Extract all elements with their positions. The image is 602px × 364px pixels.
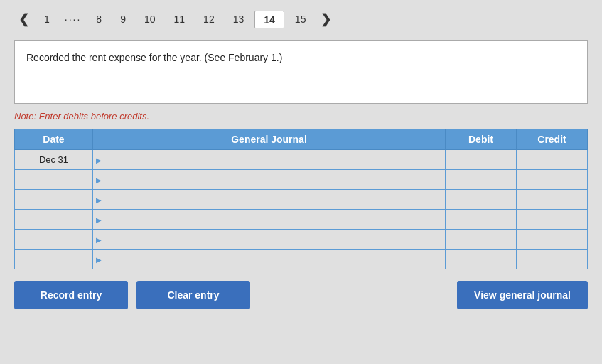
credit-input-3[interactable] — [517, 210, 587, 229]
journal-input-2[interactable] — [93, 190, 445, 209]
date-cell-1[interactable] — [15, 170, 93, 190]
debit-cell-5[interactable] — [446, 250, 517, 269]
credit-input-2[interactable] — [517, 190, 587, 209]
description-text: Recorded the rent expense for the year. … — [26, 52, 282, 63]
date-cell-0[interactable]: Dec 31 — [15, 150, 93, 170]
debit-input-1[interactable] — [446, 170, 516, 189]
journal-input-5[interactable] — [93, 250, 445, 269]
debit-cell-0[interactable] — [446, 150, 517, 170]
credit-input-0[interactable] — [517, 150, 587, 169]
next-page-arrow[interactable]: ❯ — [316, 10, 335, 28]
prev-page-arrow[interactable]: ❮ — [14, 10, 33, 28]
credit-cell-0[interactable] — [517, 150, 588, 170]
journal-table: Date General Journal Debit Credit Dec 31 — [14, 129, 588, 269]
page-14-active[interactable]: 14 — [254, 11, 284, 28]
date-input-2[interactable] — [15, 190, 92, 209]
page-11[interactable]: 11 — [166, 10, 193, 28]
credit-input-5[interactable] — [517, 250, 587, 269]
page-1[interactable]: 1 — [36, 10, 58, 28]
credit-cell-2[interactable] — [517, 190, 588, 210]
journal-input-4[interactable] — [93, 230, 445, 249]
page-10[interactable]: 10 — [136, 10, 163, 28]
col-header-debit: Debit — [446, 129, 517, 150]
credit-cell-1[interactable] — [517, 170, 588, 190]
journal-input-3[interactable] — [93, 210, 445, 229]
debit-cell-3[interactable] — [446, 210, 517, 230]
table-row — [15, 230, 588, 250]
credit-cell-4[interactable] — [517, 230, 588, 250]
pagination-bar: ❮ 1 ···· 8 9 10 11 12 13 14 15 ❯ — [14, 7, 588, 31]
col-header-journal: General Journal — [93, 129, 446, 150]
col-header-date: Date — [15, 129, 93, 150]
date-input-5[interactable] — [15, 250, 92, 269]
date-input-4[interactable] — [15, 230, 92, 249]
debit-input-4[interactable] — [446, 230, 516, 249]
journal-input-1[interactable] — [93, 170, 445, 189]
date-cell-3[interactable] — [15, 210, 93, 230]
page-dots: ···· — [60, 11, 86, 28]
journal-cell-0[interactable] — [93, 150, 446, 170]
journal-cell-3[interactable] — [93, 210, 446, 230]
page-8[interactable]: 8 — [88, 10, 109, 28]
credit-input-1[interactable] — [517, 170, 587, 189]
date-cell-4[interactable] — [15, 230, 93, 250]
page-12[interactable]: 12 — [195, 10, 222, 28]
debit-cell-2[interactable] — [446, 190, 517, 210]
debit-input-0[interactable] — [446, 150, 516, 169]
date-input-3[interactable] — [15, 210, 92, 229]
journal-cell-4[interactable] — [93, 230, 446, 250]
debit-input-2[interactable] — [446, 190, 516, 209]
journal-cell-2[interactable] — [93, 190, 446, 210]
journal-cell-5[interactable] — [93, 250, 446, 269]
table-row — [15, 210, 588, 230]
col-header-credit: Credit — [517, 129, 588, 150]
debit-input-5[interactable] — [446, 250, 516, 269]
journal-input-0[interactable] — [93, 150, 445, 169]
debit-input-3[interactable] — [446, 210, 516, 229]
date-input-1[interactable] — [15, 170, 92, 189]
debit-cell-4[interactable] — [446, 230, 517, 250]
view-general-journal-button[interactable]: View general journal — [457, 281, 588, 309]
credit-cell-3[interactable] — [517, 210, 588, 230]
table-row: Dec 31 — [15, 150, 588, 170]
description-box: Recorded the rent expense for the year. … — [14, 40, 588, 104]
date-cell-5[interactable] — [15, 250, 93, 269]
credit-input-4[interactable] — [517, 230, 587, 249]
page-15[interactable]: 15 — [287, 10, 314, 28]
date-cell-2[interactable] — [15, 190, 93, 210]
page-9[interactable]: 9 — [112, 10, 134, 28]
button-row: Record entry Clear entry View general jo… — [14, 281, 588, 309]
record-entry-button[interactable]: Record entry — [14, 281, 128, 309]
clear-entry-button[interactable]: Clear entry — [136, 281, 250, 309]
journal-cell-1[interactable] — [93, 170, 446, 190]
note-text: Note: Enter debits before credits. — [14, 111, 588, 122]
page-13[interactable]: 13 — [225, 10, 252, 28]
table-row — [15, 170, 588, 190]
credit-cell-5[interactable] — [517, 250, 588, 269]
table-row — [15, 190, 588, 210]
debit-cell-1[interactable] — [446, 170, 517, 190]
table-row — [15, 250, 588, 269]
